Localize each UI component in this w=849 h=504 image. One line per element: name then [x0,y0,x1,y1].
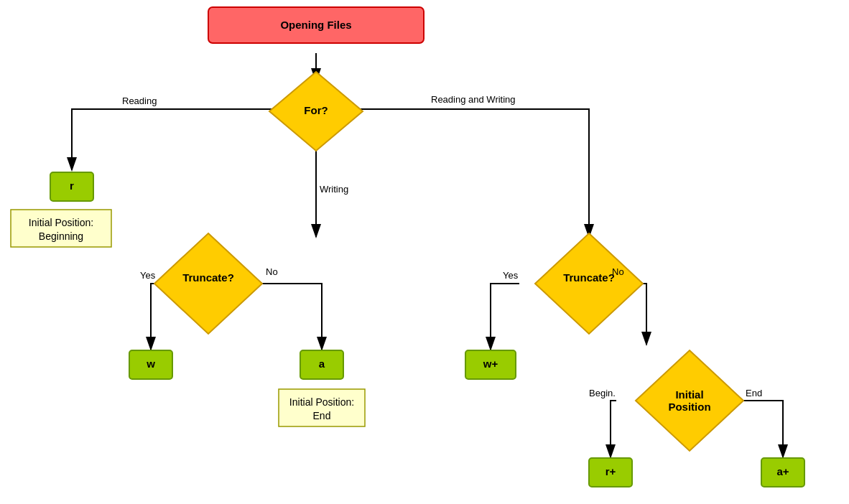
end-label: End [746,388,762,398]
readwrite-label: Reading and Writing [431,94,516,105]
ap-label: a+ [776,465,789,477]
edge-for-readwrite [353,109,589,237]
r-label: r [70,179,74,192]
note-beginning-text1: Initial Position: [29,217,93,228]
init-pos-label1: Initial [675,388,703,401]
note-end-text2: End [313,410,331,421]
init-pos-label2: Position [668,401,710,413]
w-label: w [146,358,155,370]
edge-initpos-begin [611,401,616,457]
rp-label: r+ [606,465,616,477]
truncate1-label: Truncate? [182,271,234,284]
note-end-text1: Initial Position: [289,396,354,408]
for-label: For? [304,104,328,116]
flowchart: Opening Files For? Reading Writing Readi… [0,0,849,504]
truncate2-label: Truncate? [563,271,615,284]
reading-label: Reading [122,95,157,106]
edge-t2-yes [491,284,519,350]
wp-label: w+ [483,358,498,370]
no1-label: No [266,266,278,277]
note-beginning-text2: Beginning [39,230,83,242]
truncate1-diamond [154,233,262,334]
yes1-label: Yes [140,270,156,281]
begin-label: Begin. [589,388,616,398]
yes2-label: Yes [503,270,519,281]
a-label: a [319,358,325,370]
opening-files-label: Opening Files [280,19,351,31]
no2-label: No [612,266,624,277]
truncate2-diamond [535,233,643,334]
writing-label: Writing [320,184,348,195]
edge-for-reading [72,109,279,170]
